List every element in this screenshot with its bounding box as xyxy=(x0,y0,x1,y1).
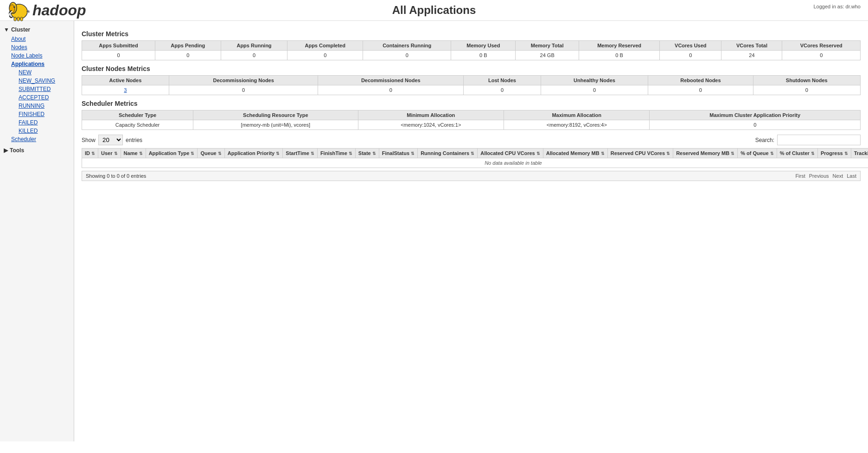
sort-icon: ⇅ xyxy=(372,152,376,156)
hadoop-logo-icon xyxy=(7,0,31,22)
app-table-header[interactable]: State ⇅ xyxy=(355,149,379,158)
cluster-metric-value: 24 GB xyxy=(516,51,579,60)
main-content: Cluster Metrics Apps SubmittedApps Pendi… xyxy=(74,21,868,441)
sidebar-item-about[interactable]: About xyxy=(4,35,74,43)
cluster-metric-value: 0 B xyxy=(579,51,659,60)
scheduler-metric-value: <memory:1024, vCores:1> xyxy=(358,120,504,130)
scheduler-metrics-title: Scheduler Metrics xyxy=(82,100,861,107)
cluster-node-metric-header: Shutdown Nodes xyxy=(753,76,861,85)
sidebar-item-running[interactable]: RUNNING xyxy=(11,102,74,110)
sort-icon: ⇅ xyxy=(601,152,605,156)
cluster-nodes-metrics-table: Active NodesDecommissioning NodesDecommi… xyxy=(82,75,861,95)
sidebar-item-accepted[interactable]: ACCEPTED xyxy=(11,93,74,102)
scheduler-metric-value: Capacity Scheduler xyxy=(82,120,193,130)
sort-icon: ⇅ xyxy=(218,152,222,156)
cluster-arrow: ▼ xyxy=(4,26,9,33)
app-table-header[interactable]: Application Priority ⇅ xyxy=(224,149,283,158)
svg-point-4 xyxy=(14,6,15,7)
app-table-header[interactable]: Allocated Memory MB ⇅ xyxy=(543,149,607,158)
show-entries-select[interactable]: 10202550100 xyxy=(98,135,123,145)
cluster-metric-value: 0 xyxy=(287,51,363,60)
app-table-header[interactable]: FinalStatus ⇅ xyxy=(379,149,417,158)
app-table-header[interactable]: Reserved CPU VCores ⇅ xyxy=(607,149,673,158)
cluster-metric-header: Memory Used xyxy=(451,41,516,51)
cluster-metric-header: Apps Completed xyxy=(287,41,363,51)
search-input[interactable] xyxy=(777,135,861,145)
cluster-metric-header: Apps Pending xyxy=(155,41,221,51)
cluster-node-metric-value: 0 xyxy=(464,85,541,95)
cluster-metric-value: 0 xyxy=(660,51,721,60)
search-label: Search: xyxy=(755,137,774,143)
tools-section-header[interactable]: ▶ Tools xyxy=(0,145,74,155)
sort-icon: ⇅ xyxy=(276,152,280,156)
app-table-header[interactable]: Queue ⇅ xyxy=(198,149,224,158)
table-footer: Showing 0 to 0 of 0 entries First Previo… xyxy=(82,171,861,181)
sidebar-item-submitted[interactable]: SUBMITTED xyxy=(11,85,74,93)
app-table-header[interactable]: Application Type ⇅ xyxy=(146,149,198,158)
cluster-section-header[interactable]: ▼ Cluster xyxy=(0,25,74,35)
sidebar-item-node-labels[interactable]: Node Labels xyxy=(4,52,74,60)
cluster-metric-header: Memory Reserved xyxy=(579,41,659,51)
app-table-header[interactable]: Name ⇅ xyxy=(121,149,146,158)
page-title: All Applications xyxy=(392,4,476,17)
cluster-metric-header: Containers Running xyxy=(363,41,451,51)
tools-arrow: ▶ xyxy=(4,147,8,154)
pagination-first[interactable]: First xyxy=(795,173,805,179)
sidebar-item-killed[interactable]: KILLED xyxy=(11,127,74,135)
sidebar-item-failed[interactable]: FAILED xyxy=(11,118,74,127)
app-table-header[interactable]: % of Queue ⇅ xyxy=(738,149,777,158)
cluster-node-metric-header: Decommissioning Nodes xyxy=(169,76,318,85)
table-showing: Showing 0 to 0 of 0 entries xyxy=(86,173,146,179)
logo: hadoop xyxy=(7,0,86,22)
app-table-header[interactable]: Running Containers ⇅ xyxy=(418,149,478,158)
app-table-header[interactable]: Progress ⇅ xyxy=(817,149,851,158)
app-table-header[interactable]: % of Cluster ⇅ xyxy=(777,149,817,158)
pagination-next[interactable]: Next xyxy=(833,173,843,179)
pagination-previous[interactable]: Previous xyxy=(809,173,829,179)
search-box: Search: xyxy=(755,135,861,145)
scheduler-metric-header: Scheduler Type xyxy=(82,110,193,120)
sort-icon: ⇅ xyxy=(191,152,194,156)
scheduler-metrics-table: Scheduler TypeScheduling Resource TypeMi… xyxy=(82,110,861,130)
cluster-metric-header: VCores Total xyxy=(721,41,782,51)
applications-table-wrapper: Show 10202550100 entries Search: ID ⇅Use… xyxy=(82,135,861,181)
app-table-header[interactable]: FinishTime ⇅ xyxy=(317,149,355,158)
logo-text: hadoop xyxy=(32,2,86,19)
cluster-metric-value: 0 xyxy=(782,51,861,60)
app-table-header[interactable]: StartTime ⇅ xyxy=(283,149,318,158)
cluster-metrics-title: Cluster Metrics xyxy=(82,30,861,38)
scheduler-metric-header: Minimum Allocation xyxy=(358,110,504,120)
cluster-metrics-table: Apps SubmittedApps PendingApps RunningAp… xyxy=(82,40,861,60)
app-table-header[interactable]: Allocated CPU VCores ⇅ xyxy=(478,149,543,158)
pagination: First Previous Next Last xyxy=(795,173,856,179)
applications-data-table: ID ⇅User ⇅Name ⇅Application Type ⇅Queue … xyxy=(82,148,868,168)
app-table-header[interactable]: User ⇅ xyxy=(98,149,121,158)
sort-icon: ⇅ xyxy=(844,152,848,156)
cluster-label: Cluster xyxy=(11,26,30,33)
scheduler-metric-header: Maximum Cluster Application Priority xyxy=(650,110,861,120)
no-data-message: No data available in table xyxy=(82,158,868,168)
cluster-node-metric-value: 0 xyxy=(541,85,648,95)
svg-rect-5 xyxy=(14,17,16,21)
sidebar-item-new[interactable]: NEW xyxy=(11,68,74,77)
cluster-node-metric-value: 0 xyxy=(648,85,753,95)
sidebar-item-nodes[interactable]: Nodes xyxy=(4,43,74,52)
cluster-metric-header: Memory Total xyxy=(516,41,579,51)
tools-label: Tools xyxy=(10,147,24,154)
cluster-node-metric-link[interactable]: 3 xyxy=(124,87,127,93)
app-table-header[interactable]: Tracking UI ⇅ xyxy=(851,149,868,158)
show-label: Show xyxy=(82,137,96,143)
scheduler-metric-header: Maximum Allocation xyxy=(504,110,650,120)
scheduler-metric-value: [memory-mb (unit=Mi), vcores] xyxy=(193,120,358,130)
entries-label: entries xyxy=(126,137,142,143)
app-table-header[interactable]: ID ⇅ xyxy=(82,149,98,158)
show-entries-control: Show 10202550100 entries xyxy=(82,135,142,145)
cluster-node-metric-header: Active Nodes xyxy=(82,76,169,85)
app-table-header[interactable]: Reserved Memory MB ⇅ xyxy=(673,149,738,158)
sidebar-item-new-saving[interactable]: NEW_SAVING xyxy=(11,77,74,85)
cluster-nodes-metrics-title: Cluster Nodes Metrics xyxy=(82,65,861,72)
sidebar-item-scheduler[interactable]: Scheduler xyxy=(4,135,74,143)
sidebar-item-finished[interactable]: FINISHED xyxy=(11,110,74,118)
sidebar-item-applications[interactable]: Applications xyxy=(4,60,74,68)
pagination-last[interactable]: Last xyxy=(847,173,856,179)
